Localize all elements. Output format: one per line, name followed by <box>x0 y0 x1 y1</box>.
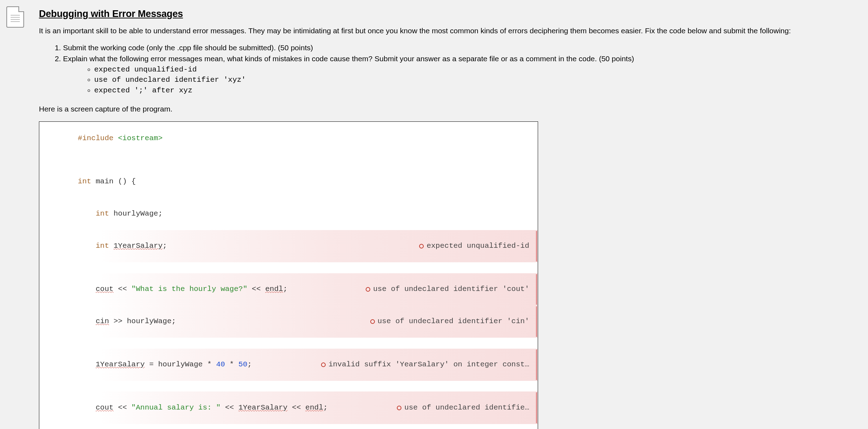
instruction-item-1: Submit the working code (only the .cpp f… <box>63 43 854 53</box>
token-var-1YearSalary: 1YearSalary <box>114 242 163 250</box>
error-msg-7: use of undeclared identifier 'cout' <box>366 284 535 294</box>
token-var-1YearSalary: 1YearSalary <box>239 404 288 412</box>
token-semi: ; <box>247 360 252 368</box>
token-semi: ; <box>158 210 163 218</box>
code-line-12: cout << "Annual salary is: " << 1YearSal… <box>39 391 538 424</box>
token-space <box>114 134 118 142</box>
token-op: = hourlyWage * <box>145 360 216 368</box>
error-text: expected unqualified-id <box>427 241 529 251</box>
error-icon <box>366 287 370 292</box>
token-op: << <box>221 404 238 412</box>
token-space <box>109 242 114 250</box>
error-text: use of undeclared identifier 'cin' <box>378 316 529 327</box>
error-msg-8: use of undeclared identifier 'cin' <box>370 316 535 327</box>
token-var-hourlyWage: hourlyWage <box>114 210 158 218</box>
token-indent <box>78 360 96 368</box>
token-string: "Annual salary is: " <box>131 404 221 412</box>
error-icon <box>321 362 326 367</box>
token-op: * <box>225 360 239 368</box>
token-number-50: 50 <box>239 360 247 368</box>
instruction-item-2: Explain what the following error message… <box>63 54 854 96</box>
error-text: invalid suffix 'YearSalary' on integer c… <box>329 359 529 370</box>
code-line-8: cin >> hourlyWage; use of undeclared ide… <box>39 305 538 338</box>
caption: Here is a screen capture of the program. <box>39 104 854 114</box>
token-cin: cin <box>96 317 109 325</box>
token-op: << <box>247 285 265 293</box>
code-line-blank <box>39 381 538 391</box>
token-keyword-int: int <box>96 242 109 250</box>
error-type-3: expected ';' after xyz <box>94 85 854 96</box>
token-preprocessor: #include <box>78 134 114 142</box>
error-msg-5: expected unqualified-id <box>419 241 535 251</box>
token-op: << <box>287 404 305 412</box>
token-semi: ; <box>323 404 328 412</box>
token-indent <box>78 242 96 250</box>
error-type-2: use of undeclared identifier 'xyz' <box>94 75 854 85</box>
instruction-item-2-text: Explain what the following error message… <box>63 55 634 63</box>
code-editor-screenshot: #include <iostream> int main () { int ho… <box>39 121 538 429</box>
error-type-list: expected unqualified-id use of undeclare… <box>63 64 854 96</box>
error-icon <box>419 244 424 248</box>
token-keyword-int: int <box>96 210 109 218</box>
code-line-3: int main () { <box>39 165 538 198</box>
error-icon <box>370 319 375 324</box>
token-rest: >> hourlyWage; <box>109 317 176 325</box>
token-endl: endl <box>305 404 323 412</box>
token-indent <box>78 285 96 293</box>
error-text: use of undeclared identifier 'cout' <box>373 284 529 294</box>
code-line-blank <box>39 338 538 348</box>
token-space <box>109 210 114 218</box>
token-semi: ; <box>283 285 288 293</box>
token-rest: () { <box>114 177 136 185</box>
token-indent <box>78 317 96 325</box>
token-op: << <box>114 404 131 412</box>
token-space <box>91 177 96 185</box>
code-line-blank <box>39 155 538 165</box>
document-icon <box>6 6 24 28</box>
error-type-1: expected unqualified-id <box>94 64 854 75</box>
error-text: use of undeclared identifie… <box>404 402 529 413</box>
code-line-4: int hourlyWage; <box>39 198 538 230</box>
token-string: "What is the hourly wage?" <box>131 285 247 293</box>
token-cout: cout <box>96 285 113 293</box>
code-line-1: #include <iostream> <box>39 122 538 155</box>
code-line-7: cout << "What is the hourly wage?" << en… <box>39 273 538 305</box>
token-keyword-int: int <box>78 177 91 185</box>
instruction-list: Submit the working code (only the .cpp f… <box>39 43 854 96</box>
token-indent <box>78 404 96 412</box>
code-line-5: int 1YearSalary; expected unqualified-id <box>39 230 538 262</box>
token-semi: ; <box>162 242 167 250</box>
page-title: Debugging with Error Messages <box>39 8 854 19</box>
token-cout: cout <box>96 404 113 412</box>
token-var-1YearSalary: 1YearSalary <box>96 360 145 368</box>
code-line-10: 1YearSalary = hourlyWage * 40 * 50; inva… <box>39 349 538 381</box>
token-op: << <box>114 285 131 293</box>
token-indent <box>78 210 96 218</box>
code-line-blank <box>39 424 538 429</box>
token-number-40: 40 <box>216 360 225 368</box>
code-line-blank <box>39 262 538 273</box>
token-endl: endl <box>265 285 283 293</box>
error-icon <box>397 406 401 410</box>
token-include-header: <iostream> <box>118 134 162 142</box>
intro-paragraph: It is an important skill to be able to u… <box>39 26 854 36</box>
error-msg-12: use of undeclared identifie… <box>397 402 535 413</box>
token-function-main: main <box>96 177 113 185</box>
page: Debugging with Error Messages It is an i… <box>0 0 868 429</box>
error-msg-10: invalid suffix 'YearSalary' on integer c… <box>321 359 535 370</box>
